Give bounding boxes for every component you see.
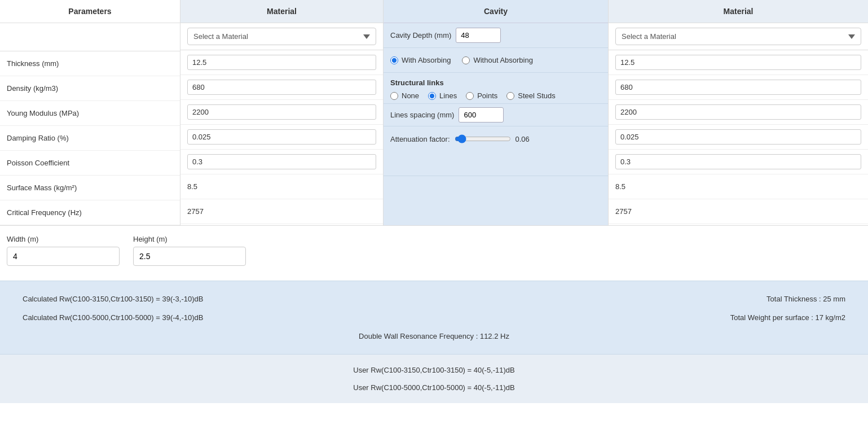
- height-input[interactable]: [133, 247, 246, 266]
- points-text: Points: [477, 91, 497, 100]
- width-group: Width (m): [7, 235, 120, 266]
- params-header: Parameters: [0, 0, 180, 23]
- middle-columns: Material Select a Material: [180, 0, 609, 225]
- right-surface-mass-value: 8.5: [615, 182, 625, 191]
- right-damping-row: [609, 125, 868, 150]
- param-row-surface-mass: Surface Mass (kg/m²): [0, 176, 180, 200]
- width-input[interactable]: [7, 247, 120, 266]
- params-column: Parameters Thickness (mm) Density (kg/m3…: [0, 0, 180, 225]
- total-thickness: Total Thickness : 25 mm: [437, 292, 846, 305]
- with-absorbing-label[interactable]: With Absorbing: [390, 56, 451, 64]
- lines-spacing-label: Lines spacing (mm): [390, 111, 454, 119]
- left-surface-mass-value: 8.5: [187, 182, 197, 191]
- attenuation-label: Attenuation factor:: [390, 135, 450, 143]
- attenuation-slider[interactable]: [455, 134, 511, 143]
- right-thickness-input[interactable]: [615, 55, 861, 70]
- steel-studs-label[interactable]: Steel Studs: [506, 91, 556, 100]
- results-left: Calculated Rw(C100-3150,Ctr100-3150) = 3…: [23, 292, 431, 324]
- left-critical-freq-value: 2757: [187, 207, 204, 216]
- height-group: Height (m): [133, 235, 246, 266]
- params-select-spacer: [0, 23, 180, 51]
- attenuation-value: 0.06: [515, 135, 530, 143]
- structural-links-section: Structural links None Lines Points: [384, 73, 608, 104]
- param-label-damping: Damping Ratio (%): [7, 134, 173, 142]
- left-critical-freq-row: 2757: [180, 199, 383, 224]
- right-density-input[interactable]: [615, 80, 861, 95]
- points-radio[interactable]: [466, 92, 474, 100]
- cavity-depth-label: Cavity Depth (mm): [390, 31, 451, 40]
- none-text: None: [402, 91, 419, 100]
- with-absorbing-radio[interactable]: [390, 56, 398, 64]
- points-label[interactable]: Points: [466, 91, 497, 100]
- cavity-empty-1: [384, 151, 608, 176]
- user-rw-3150: User Rw(C100-3150,Ctr100-3150) = 40(-5,-…: [23, 364, 845, 377]
- user-results-section: User Rw(C100-3150,Ctr100-3150) = 40(-5,-…: [0, 354, 868, 403]
- lines-text: Lines: [439, 91, 457, 100]
- main-container: Parameters Thickness (mm) Density (kg/m3…: [0, 0, 868, 433]
- param-label-surface-mass: Surface Mass (kg/m²): [7, 183, 173, 192]
- calc-rw-3150: Calculated Rw(C100-3150,Ctr100-3150) = 3…: [23, 292, 431, 305]
- left-thickness-input[interactable]: [187, 55, 376, 70]
- right-thickness-row: [609, 50, 868, 75]
- left-young-row: [180, 100, 383, 125]
- param-label-poisson: Poisson Coefficient: [7, 159, 173, 167]
- results-right: Total Thickness : 25 mm Total Weight per…: [437, 292, 846, 324]
- results-grid: Calculated Rw(C100-3150,Ctr100-3150) = 3…: [23, 292, 845, 343]
- right-poisson-input[interactable]: [615, 154, 861, 169]
- lines-spacing-input[interactable]: [459, 107, 504, 123]
- right-critical-freq-value: 2757: [615, 207, 632, 216]
- structural-links-label: Structural links: [390, 78, 601, 87]
- lines-label[interactable]: Lines: [428, 91, 457, 100]
- param-row-poisson: Poisson Coefficient: [0, 151, 180, 176]
- param-row-thickness: Thickness (mm): [0, 51, 180, 76]
- right-young-input[interactable]: [615, 104, 861, 120]
- left-density-input[interactable]: [187, 80, 376, 95]
- param-row-density: Density (kg/m3): [0, 76, 180, 101]
- left-material-select-row: Select a Material: [180, 23, 383, 50]
- resonance-freq: Double Wall Resonance Frequency : 112.2 …: [23, 330, 845, 343]
- right-critical-freq-row: 2757: [609, 199, 868, 224]
- cavity-column: Cavity Cavity Depth (mm) With Absorbing …: [384, 0, 609, 225]
- right-poisson-row: [609, 150, 868, 174]
- right-material-select[interactable]: Select a Material: [615, 28, 861, 45]
- right-material-header: Material: [609, 0, 868, 23]
- cavity-depth-input[interactable]: [456, 28, 501, 43]
- none-radio[interactable]: [390, 92, 398, 100]
- with-absorbing-text: With Absorbing: [402, 56, 451, 64]
- without-absorbing-text: Without Absorbing: [473, 56, 533, 64]
- left-density-row: [180, 75, 383, 100]
- total-weight: Total Weight per surface : 17 kg/m2: [437, 311, 846, 324]
- param-row-damping: Damping Ratio (%): [0, 126, 180, 151]
- left-poisson-input[interactable]: [187, 154, 376, 169]
- left-material-header: Material: [180, 0, 383, 23]
- width-label: Width (m): [7, 235, 120, 243]
- right-young-row: [609, 100, 868, 125]
- without-absorbing-radio[interactable]: [462, 56, 470, 64]
- cavity-depth-row: Cavity Depth (mm): [384, 23, 608, 48]
- left-material-select[interactable]: Select a Material: [187, 28, 376, 45]
- absorbing-row: With Absorbing Without Absorbing: [384, 48, 608, 73]
- right-surface-mass-row: 8.5: [609, 174, 868, 199]
- right-density-row: [609, 75, 868, 100]
- right-damping-input[interactable]: [615, 129, 861, 145]
- steel-studs-text: Steel Studs: [518, 91, 556, 100]
- without-absorbing-label[interactable]: Without Absorbing: [462, 56, 533, 64]
- dimensions-section: Width (m) Height (m): [0, 226, 868, 275]
- right-material-select-row: Select a Material: [609, 23, 868, 50]
- param-label-critical-freq: Critical Frequency (Hz): [7, 208, 173, 217]
- param-label-thickness: Thickness (mm): [7, 59, 173, 68]
- left-material-values-col: Material Select a Material: [180, 0, 384, 225]
- none-label[interactable]: None: [390, 91, 419, 100]
- param-row-critical-freq: Critical Frequency (Hz): [0, 200, 180, 225]
- left-damping-input[interactable]: [187, 129, 376, 145]
- left-thickness-row: [180, 50, 383, 75]
- param-label-density: Density (kg/m3): [7, 84, 173, 93]
- param-label-young: Young Modulus (MPa): [7, 109, 173, 117]
- lines-radio[interactable]: [428, 92, 436, 100]
- left-poisson-row: [180, 150, 383, 174]
- left-damping-row: [180, 125, 383, 150]
- param-row-young: Young Modulus (MPa): [0, 101, 180, 126]
- cavity-header: Cavity: [384, 0, 608, 23]
- steel-studs-radio[interactable]: [506, 92, 514, 100]
- left-young-input[interactable]: [187, 104, 376, 120]
